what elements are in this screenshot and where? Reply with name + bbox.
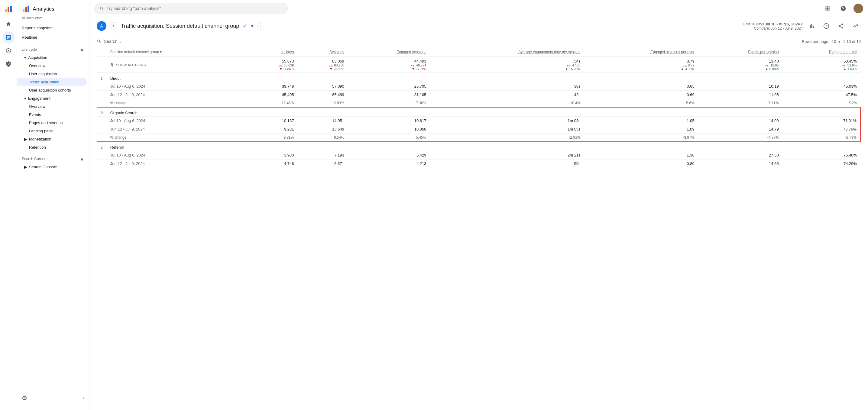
trending-button[interactable] [850,21,861,31]
sidebar-item-traffic-acquisition[interactable]: Traffic acquisition [17,78,87,86]
topbar-right [822,3,863,14]
row-1-date1: Jul 10 - Aug 6, 2024 39,74857,09025,7053… [97,82,861,91]
row-3-header: 3 Referral [97,142,861,151]
totals-row: ⇅ SHOW ALL ROWS 55,870 vs. 60,638 ▼ -7.8… [97,57,861,73]
table-search-input[interactable] [104,39,157,44]
help-icon[interactable] [838,3,849,14]
icon-rail [0,0,17,410]
row-2-date2: Jun 12 - Jul 9, 2024 9,23113,64910,0681m… [97,125,861,133]
sidebar-item-overview[interactable]: Overview [17,62,87,70]
compare-button[interactable] [821,21,832,31]
advertising-icon[interactable] [2,58,14,70]
reports-icon[interactable] [2,31,14,43]
all-accounts[interactable]: All accounts ▾ [17,16,89,23]
report-title: Traffic acquisition: Session default cha… [121,23,239,29]
report-header-right: Last 28 days Jul 10 - Aug 6, 2024 ▾ Comp… [743,21,861,31]
engagement-rate-col-header[interactable]: Engagement rate [782,48,861,57]
topbar [89,0,868,17]
lifecycle-section[interactable]: Life cycle ▲ [17,44,89,54]
users-col-header[interactable]: ↓ Users [247,48,298,57]
svg-rect-5 [28,6,29,12]
table-search[interactable] [97,39,157,44]
table-toolbar: Rows per page: 10 ▾ 1-10 of 10 [97,35,861,48]
total-users-vs: vs. 60,638 [251,63,294,67]
lifecycle-expand-icon: ▲ [80,47,84,52]
table-container: Rows per page: 10 ▾ 1-10 of 10 Session d… [89,35,868,168]
row-1-date2: Jun 12 - Jul 9, 2024 45,40565,48931,1054… [97,91,861,99]
column-chart-button[interactable] [806,21,817,31]
user-avatar[interactable] [854,4,863,13]
svg-rect-4 [25,7,27,12]
row-2-date1: Jul 10 - Aug 6, 2024 10,13714,95110,6171… [97,117,861,125]
search-box[interactable] [94,3,288,14]
sidebar: Analytics All accounts ▾ Reports snapsho… [17,0,89,410]
search-console-expand-icon: ▲ [80,156,84,162]
num-col-header [97,48,107,57]
total-users: 55,870 [251,59,294,63]
engagement-expand-icon: ▾ [24,96,26,101]
home-icon[interactable] [2,18,14,30]
engagement-header[interactable]: ▾ Engagement [17,94,89,102]
analytics-logo [4,5,13,13]
avg-engagement-col-header[interactable]: Average engagement time per session [430,48,584,57]
row-1-change: % change -12.46%-12.83%-17.36%-10.4%-5.6… [97,99,861,107]
sidebar-item-realtime[interactable]: Realtime [17,33,87,42]
channel-group-col-header[interactable]: Session default channel group ▾ + [107,48,247,57]
acquisition-expand-icon: ▾ [24,55,26,60]
report-header: A + Traffic acquisition: Session default… [89,17,868,35]
verified-icon: ✓ [243,23,247,29]
monetization-header[interactable]: ▶ Monetization [17,135,89,143]
svg-rect-3 [23,9,25,12]
main-content: A + Traffic acquisition: Session default… [89,0,868,410]
monetization-expand-icon: ▶ [24,137,27,141]
app-title: Analytics [33,6,54,12]
content-area: A + Traffic acquisition: Session default… [89,17,868,410]
share-button[interactable] [835,21,846,31]
svg-rect-2 [10,6,12,12]
search-console-item[interactable]: ▶ Search Console [17,163,89,171]
engaged-sessions-col-header[interactable]: Engaged sessions [348,48,430,57]
sidebar-item-user-acquisition-cohorts[interactable]: User acquisition cohorts [17,86,87,94]
svg-rect-0 [5,9,7,12]
sidebar-item-pages-and-screens[interactable]: Pages and screens [17,119,87,127]
row-3-date1: Jul 10 - Aug 6, 2024 3,9807,1935,4292m 2… [97,151,861,160]
add-column-button[interactable]: + [164,50,166,54]
apps-icon[interactable] [822,3,833,14]
row-3-date2: Jun 12 - Jul 9, 2024 4,7465,6714,21359s0… [97,160,861,168]
row-1-header: 1 Direct [97,73,861,82]
svg-rect-1 [7,7,9,12]
date-range[interactable]: Last 28 days Jul 10 - Aug 6, 2024 ▾ Comp… [743,22,803,31]
sidebar-item-events[interactable]: Events [17,111,87,119]
table-search-icon [97,39,101,44]
acquisition-header[interactable]: ▾ Acquisition [17,54,89,62]
search-console-section[interactable]: Search Console ▲ [17,154,89,163]
add-report-button[interactable]: + [110,22,117,30]
settings-icon[interactable]: ⚙ [22,394,27,402]
sidebar-item-reports-snapshot[interactable]: Reports snapshot [17,23,87,33]
add-tab-button[interactable]: + [257,22,265,30]
sort-down-icon: ↓ [282,50,284,54]
total-sessions: 83,069 [301,59,344,63]
events-per-session-col-header[interactable]: Events per session [698,48,782,57]
search-icon [99,6,104,11]
rows-per-page-dropdown-icon[interactable]: ▾ [838,39,840,44]
sidebar-item-user-acquisition[interactable]: User acquisition [17,70,87,78]
search-input[interactable] [106,6,283,11]
sidebar-item-landing-page[interactable]: Landing page [17,127,87,135]
row-2-change: % change 9.81% 9.54% 5.45% -2.91% -3.97%… [97,133,861,142]
data-table: Session default channel group ▾ + ↓ User… [97,48,861,168]
engaged-per-user-col-header[interactable]: Engaged sessions per user [584,48,698,57]
report-dropdown-button[interactable]: ▾ [251,23,254,29]
search-console-expand-icon2: ▶ [24,165,27,169]
sidebar-item-retention[interactable]: Retention [17,143,87,151]
collapse-sidebar-icon[interactable]: ‹ [83,396,84,400]
report-avatar: A [97,21,106,31]
total-users-change: ▼ -7.86% [251,67,294,71]
sidebar-logo [22,5,30,13]
sessions-col-header[interactable]: Sessions [298,48,347,57]
explore-icon[interactable] [2,45,14,57]
show-all-rows-button[interactable]: ⇅ SHOW ALL ROWS [110,60,244,69]
rows-info: Rows per page: 10 ▾ 1-10 of 10 [802,39,861,44]
sidebar-item-engagement-overview[interactable]: Overview [17,102,87,111]
sidebar-header: Analytics [17,0,89,16]
